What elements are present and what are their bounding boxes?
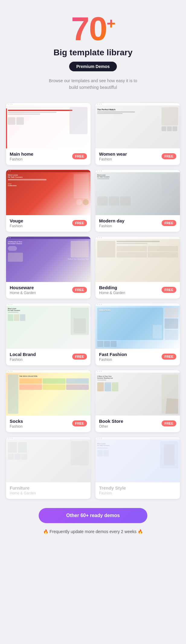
template-meta: Local Brand Fashion [10, 352, 36, 362]
template-card-socks[interactable]: THE SOCK COLLECTION [6, 370, 91, 432]
free-badge: FREE [162, 420, 176, 426]
template-thumb-vouge: Mom LooseFit Twill Trousers New Collecti… [6, 170, 91, 215]
free-badge: FREE [72, 287, 87, 293]
free-badge: FREE [72, 153, 87, 159]
template-name: Women wear [99, 151, 127, 157]
hero-description: Browse our templates and see how easy it… [45, 77, 141, 91]
template-card-vouge[interactable]: Mom LooseFit Twill Trousers New Collecti… [6, 170, 91, 232]
free-badge: FREE [72, 354, 87, 360]
template-meta: Book Store Other [99, 419, 123, 429]
template-name: Vouge [10, 218, 23, 223]
update-notice: 🔥 Frequently update more demos every 2 w… [12, 529, 174, 534]
template-card-premium1[interactable]: Furniture Home & Garden [6, 437, 91, 499]
template-name: Bedding [99, 285, 125, 290]
template-card-modern-day[interactable]: Mom LooseFit Twill Trousers [95, 170, 180, 232]
template-meta: Socks Fashion [10, 419, 23, 429]
template-category: Home & Garden [10, 491, 36, 495]
template-meta: Furniture Home & Garden [10, 485, 36, 495]
template-card-main-home[interactable]: Main home Fashion FREE [6, 103, 91, 165]
template-thumb-premium2: Mom LooseFit Twill Trousers [95, 437, 180, 482]
template-name: Fast Fashion [99, 352, 127, 357]
template-name: Modern day [99, 218, 124, 223]
template-category: Fashion [99, 224, 124, 228]
template-thumb-main-home [6, 103, 91, 148]
template-category: Other [99, 424, 123, 429]
template-info-premium2: Trendy Style Fashion [95, 482, 180, 499]
template-info-houseware: Houseware Home & Garden FREE [6, 282, 91, 299]
free-badge: FREE [162, 153, 176, 159]
template-card-fast-fashion[interactable]: SWEATERS [95, 303, 180, 365]
template-card-women-wear[interactable]: The Perfect Match [95, 103, 180, 165]
templates-grid: Main home Fashion FREE The Perfect Match [6, 103, 180, 499]
premium-badge: Premium Demos [69, 62, 117, 71]
template-meta: Trendy Style Fashion [99, 485, 126, 495]
template-info-premium1: Furniture Home & Garden [6, 482, 91, 499]
template-info-women-wear: Women wear Fashion FREE [95, 148, 180, 165]
template-thumb-local-brand: Mom LooseFit Twill Trousers [6, 303, 91, 349]
template-category: Fashion [10, 224, 23, 228]
template-meta: Main home Fashion [10, 151, 33, 161]
free-badge: FREE [72, 220, 87, 226]
template-thumb-women-wear: The Perfect Match [95, 103, 180, 148]
template-card-bedding[interactable]: Bedding Home & Garden FREE [95, 237, 180, 299]
cta-section: Other 60+ ready demos 🔥 Frequently updat… [6, 508, 180, 534]
template-name: Local Brand [10, 352, 36, 357]
template-category: Fashion [99, 157, 127, 161]
template-info-local-brand: Local Brand Fashion FREE [6, 349, 91, 365]
template-category: Home & Garden [99, 291, 125, 295]
free-badge: FREE [162, 354, 176, 360]
hero-number: 70+ [6, 12, 180, 45]
page-wrapper: 70+ Big template library Premium Demos B… [0, 0, 186, 549]
template-card-premium2[interactable]: Mom LooseFit Twill Trousers [95, 437, 180, 499]
template-name: Book Store [99, 419, 123, 424]
free-badge: FREE [162, 220, 176, 226]
template-name: Socks [10, 419, 23, 424]
template-category: Fashion [99, 491, 126, 495]
free-badge: FREE [162, 287, 176, 293]
template-card-local-brand[interactable]: Mom LooseFit Twill Trousers [6, 303, 91, 365]
template-meta: Vouge Fashion [10, 218, 23, 228]
template-meta: Bedding Home & Garden [99, 285, 125, 295]
template-category: Fashion [99, 358, 127, 362]
template-thumb-fast-fashion: SWEATERS [95, 303, 180, 349]
template-info-main-home: Main home Fashion FREE [6, 148, 91, 165]
template-card-houseware[interactable]: A Reflection of YourDecoration Choices R… [6, 237, 91, 299]
template-name: Houseware [10, 285, 36, 290]
template-thumb-bedding [95, 237, 180, 282]
template-thumb-modern-day: Mom LooseFit Twill Trousers [95, 170, 180, 215]
template-category: Fashion [10, 424, 23, 429]
template-thumb-premium1 [6, 437, 91, 482]
template-meta: Houseware Home & Garden [10, 285, 36, 295]
template-category: Home & Garden [10, 291, 36, 295]
hero-section: 70+ Big template library Premium Demos B… [6, 12, 180, 91]
cta-button[interactable]: Other 60+ ready demos [39, 508, 147, 523]
template-category: Fashion [10, 157, 33, 161]
template-info-fast-fashion: Fast Fashion Fashion FREE [95, 349, 180, 365]
template-info-vouge: Vouge Fashion FREE [6, 215, 91, 232]
template-category: Fashion [10, 358, 36, 362]
hero-number-value: 70 [71, 10, 107, 47]
template-meta: Fast Fashion Fashion [99, 352, 127, 362]
template-info-book-store: Book Store Other FREE [95, 416, 180, 432]
template-card-book-store[interactable]: 4 Ways to Own YourSummer Reading List [95, 370, 180, 432]
hero-title: Big template library [6, 48, 180, 57]
template-info-modern-day: Modern day Fashion FREE [95, 215, 180, 232]
template-name: Main home [10, 151, 33, 157]
template-info-socks: Socks Fashion FREE [6, 416, 91, 432]
free-badge: FREE [72, 420, 87, 426]
template-thumb-book-store: 4 Ways to Own YourSummer Reading List [95, 370, 180, 416]
template-name: Trendy Style [99, 485, 126, 490]
template-meta: Women wear Fashion [99, 151, 127, 161]
template-meta: Modern day Fashion [99, 218, 124, 228]
template-info-bedding: Bedding Home & Garden FREE [95, 282, 180, 299]
hero-plus: + [107, 15, 115, 32]
template-thumb-socks: THE SOCK COLLECTION [6, 370, 91, 416]
template-thumb-houseware: A Reflection of YourDecoration Choices R… [6, 237, 91, 282]
template-name: Furniture [10, 485, 36, 490]
